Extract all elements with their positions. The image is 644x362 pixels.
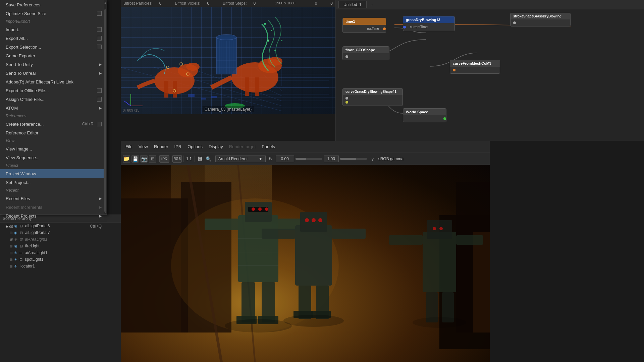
tree-item-spotlight1[interactable]: ⊞ ✦ ⊡ spotLight1 bbox=[0, 256, 121, 263]
expand-fire-light[interactable]: ⊞ bbox=[9, 244, 13, 248]
create-reference-checkbox[interactable] bbox=[97, 122, 102, 126]
export-selection-item[interactable]: Export Selection... bbox=[0, 43, 107, 51]
recent-increments-item[interactable]: Recent Increments ▶ bbox=[0, 203, 107, 212]
import-item[interactable]: Import... bbox=[0, 25, 107, 34]
assign-offline-checkbox[interactable] bbox=[97, 97, 102, 102]
render-menu-target[interactable]: Render target bbox=[226, 143, 259, 150]
send-to-unreal-item[interactable]: Send To Unreal ▶ bbox=[0, 69, 107, 77]
toolbar-sep4 bbox=[195, 156, 195, 162]
tree-item-locator1[interactable]: ⊞ ✛ locator1 bbox=[0, 263, 121, 269]
project-window-item[interactable]: Project Window bbox=[0, 169, 107, 178]
portal7-icon2: ⊡ bbox=[20, 231, 23, 235]
node-tab-plus[interactable]: + bbox=[368, 1, 376, 8]
import-checkbox[interactable] bbox=[97, 27, 102, 32]
node-canvas[interactable]: time1 outTime grassDryBlowing13 currentT… bbox=[336, 9, 644, 141]
create-reference-item[interactable]: Create Reference... Ctrl+R bbox=[0, 120, 107, 128]
scroll-up-arrow[interactable]: ▲ bbox=[103, 0, 108, 5]
render-bg bbox=[121, 165, 490, 362]
project-section: Project bbox=[0, 162, 107, 169]
project-window-label: Project Window bbox=[6, 171, 36, 176]
menu-scrollbar[interactable]: ▲ ▼ bbox=[104, 0, 107, 214]
adobe-after-effects-item[interactable]: Adobe(R) After Effects(R) Live Link bbox=[0, 77, 107, 86]
tree-item-fire-light[interactable]: ⊞ ◉ ⊡ fireLight bbox=[0, 243, 121, 249]
svg-rect-76 bbox=[262, 229, 295, 239]
node-world-space[interactable]: World Space bbox=[403, 108, 446, 122]
expand-area-light1b[interactable]: ⊞ bbox=[9, 251, 13, 255]
ipr-btn[interactable]: IPR bbox=[159, 155, 169, 163]
send-to-unity-item[interactable]: Send To Unity ▶ bbox=[0, 60, 107, 69]
rgb-btn[interactable]: RGB bbox=[172, 155, 182, 163]
view-image-item[interactable]: View Image... bbox=[0, 144, 107, 153]
recent-projects-item[interactable]: Recent Projects ▶ bbox=[0, 212, 107, 220]
render-compare-btn[interactable]: ⊞ bbox=[149, 155, 156, 163]
svg-point-60 bbox=[258, 207, 262, 211]
expand-portal7[interactable]: ⊞ bbox=[9, 231, 13, 235]
svg-point-90 bbox=[225, 319, 292, 333]
view-sequence-item[interactable]: View Sequence... bbox=[0, 153, 107, 162]
render-scene-svg bbox=[121, 165, 490, 362]
render-open-btn[interactable]: 📁 bbox=[123, 155, 130, 163]
game-exporter-item[interactable]: Game Exporter bbox=[0, 51, 107, 60]
node-curve-grass[interactable]: curveGrassDryBlowingShape41 bbox=[342, 88, 403, 106]
render-snapshot-btn[interactable]: 📷 bbox=[140, 155, 148, 163]
node-floor-geo[interactable]: floor_GEOShape bbox=[342, 46, 389, 60]
assign-offline-item[interactable]: Assign Offline File... bbox=[0, 95, 107, 104]
export-selection-checkbox[interactable] bbox=[97, 45, 102, 49]
zoom-btn[interactable]: 🔍 bbox=[205, 155, 212, 163]
set-project-item[interactable]: Set Project... bbox=[0, 178, 107, 187]
renderer-dropdown[interactable]: Arnold Renderer ▼ bbox=[215, 156, 266, 162]
expand-locator1[interactable]: ⊞ bbox=[9, 264, 13, 268]
exit-item[interactable]: Exit Ctrl+Q bbox=[0, 222, 107, 231]
scale-slider-fill bbox=[340, 158, 356, 160]
svg-rect-41 bbox=[188, 94, 195, 97]
render-menu-options[interactable]: Options bbox=[185, 143, 205, 150]
optimize-checkbox[interactable] bbox=[97, 11, 102, 16]
svg-rect-42 bbox=[201, 98, 206, 100]
fire-light-icon2: ⊡ bbox=[20, 244, 23, 248]
svg-point-75 bbox=[318, 218, 322, 222]
optimize-scene-size-item[interactable]: Optimize Scene Size bbox=[0, 9, 107, 18]
time-slider-fill bbox=[296, 158, 306, 160]
spotlight1-icon: ✦ bbox=[14, 257, 17, 262]
render-menu-ipr[interactable]: IPR bbox=[172, 143, 184, 150]
node-grass-dry[interactable]: grassDryBlowing13 currentTime bbox=[403, 16, 455, 31]
node-tab-untitled[interactable]: Untitled_1 bbox=[338, 1, 367, 8]
3d-viewport[interactable]: 0r 609715 Camera_03 (masterLayer) bbox=[121, 7, 335, 114]
tree-item-area-light1-dimmed[interactable]: ⊞ ✳ ⊡ aiAreaLight1 bbox=[0, 236, 121, 243]
scale-slider[interactable] bbox=[340, 158, 367, 160]
export-offline-checkbox[interactable] bbox=[97, 88, 102, 93]
node-time1-out-port bbox=[383, 27, 386, 30]
recent-section: Recent bbox=[0, 187, 107, 194]
svg-rect-19 bbox=[255, 77, 259, 96]
render-menu-file[interactable]: File bbox=[123, 143, 135, 150]
render-menu-view[interactable]: View bbox=[136, 143, 151, 150]
render-menu-render[interactable]: Render bbox=[151, 143, 171, 150]
node-stroke-shape[interactable]: strokeShapeGrassDryBlowing bbox=[510, 13, 571, 26]
node-time1[interactable]: time1 outTime bbox=[342, 18, 386, 33]
svg-point-92 bbox=[413, 317, 466, 328]
save-preferences-item[interactable]: Save Preferences bbox=[0, 0, 107, 9]
toolbar-sep5 bbox=[214, 156, 214, 162]
render-menu-display[interactable]: Display bbox=[206, 143, 226, 150]
reference-editor-item[interactable]: Reference Editor bbox=[0, 128, 107, 137]
export-all-item[interactable]: Export All... bbox=[0, 34, 107, 43]
tree-item-area-light1[interactable]: ⊞ ✳ ⊡ aiAreaLight1 bbox=[0, 249, 121, 256]
area-light1b-icon2: ⊡ bbox=[19, 251, 22, 255]
export-all-checkbox[interactable] bbox=[97, 36, 102, 41]
render-save-btn[interactable]: 💾 bbox=[131, 155, 139, 163]
locator1-icon: ✛ bbox=[14, 264, 17, 268]
time-slider[interactable] bbox=[296, 158, 322, 160]
expand-area-light1[interactable]: ⊞ bbox=[9, 238, 13, 241]
time-field[interactable]: 0.00 bbox=[276, 156, 294, 162]
expand-spotlight1[interactable]: ⊞ bbox=[9, 258, 13, 261]
render-menu-panels[interactable]: Panels bbox=[259, 143, 278, 150]
exit-separator bbox=[0, 221, 107, 221]
scale-out-field[interactable]: 1.00 bbox=[324, 156, 339, 162]
node-curve-mesh[interactable]: curveFromMeshCoM3 bbox=[450, 60, 500, 74]
atom-item[interactable]: ATOM ▶ bbox=[0, 104, 107, 112]
export-offline-item[interactable]: Export to Offline File... bbox=[0, 86, 107, 95]
recent-files-item[interactable]: Recent Files ▶ bbox=[0, 194, 107, 203]
adobe-ae-label: Adobe(R) After Effects(R) Live Link bbox=[6, 79, 73, 84]
refresh-btn[interactable]: ↻ bbox=[267, 155, 274, 163]
image-view-btn[interactable]: 🖼 bbox=[196, 155, 204, 163]
